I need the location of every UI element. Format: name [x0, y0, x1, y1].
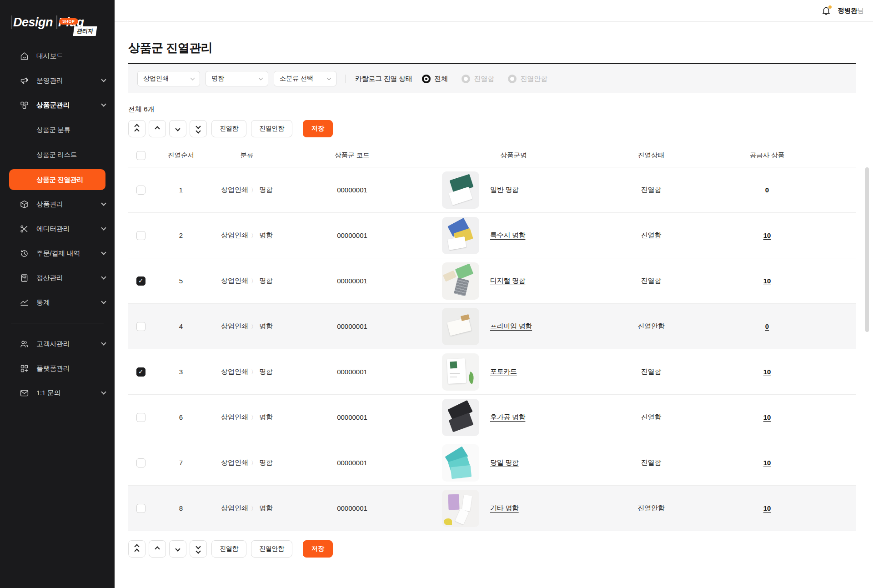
sidebar-item-platform[interactable]: 플랫폼관리 — [0, 356, 115, 381]
chevron-up-icon — [134, 548, 139, 553]
select-all-checkbox[interactable] — [136, 151, 146, 160]
chevron-down-icon — [101, 201, 106, 206]
supplier-count-link[interactable]: 0 — [765, 186, 769, 194]
package-icon — [19, 199, 29, 209]
product-group-link[interactable]: 디지털 명함 — [490, 276, 525, 285]
move-up-button[interactable] — [149, 120, 166, 137]
sidebar-item-editor[interactable]: 에디터관리 — [0, 216, 115, 241]
move-up-button[interactable] — [149, 540, 166, 558]
product-group-link[interactable]: 당일 명함 — [490, 458, 519, 467]
move-top-button[interactable] — [128, 120, 146, 137]
product-group-link[interactable]: 후가공 명함 — [490, 413, 525, 422]
radio-displayed[interactable]: 진열함 — [462, 75, 494, 83]
radio-all[interactable]: 전체 — [422, 75, 448, 83]
username-suffix: 님 — [858, 7, 864, 14]
sidebar-item-dashboard[interactable]: 대시보드 — [0, 44, 115, 68]
supplier-count-link[interactable]: 0 — [765, 322, 769, 330]
chevron-down-icon — [101, 389, 106, 394]
product-group-link[interactable]: 기타 명함 — [490, 504, 519, 513]
table-header: 진열순서 분류 상품군 코드 상품군명 진열상태 공급사 상품 — [128, 144, 856, 167]
cubes-icon — [19, 100, 29, 110]
subcategory-select[interactable]: 소분류 선택 — [274, 71, 336, 86]
radio-unselected-icon — [508, 75, 517, 83]
sidebar-item-products[interactable]: 상품관리 — [0, 192, 115, 216]
page-title: 상품군 진열관리 — [128, 40, 856, 56]
calculator-icon — [19, 273, 29, 283]
sidebar-item-operations[interactable]: 운영관리 — [0, 68, 115, 93]
row-checkbox[interactable] — [136, 186, 146, 195]
people-icon — [19, 339, 29, 349]
chevron-down-icon — [101, 340, 106, 345]
shop-badge: SHOP — [59, 18, 78, 25]
row-checkbox[interactable] — [136, 458, 146, 467]
toolbar-bottom: 진열함 진열안함 저장 — [128, 540, 856, 558]
product-thumbnail — [442, 262, 479, 300]
table-row: 1 상업인쇄〉명함 00000001 일반 명함 진열함 0 — [128, 167, 856, 213]
sidebar-item-label: 에디터관리 — [36, 225, 102, 233]
user-menu[interactable]: 정병완님 — [838, 6, 864, 15]
save-button[interactable]: 저장 — [303, 540, 333, 558]
supplier-count-link[interactable]: 10 — [763, 413, 771, 421]
breadcrumb-separator: 〉 — [251, 323, 256, 330]
supplier-count-link[interactable]: 10 — [763, 504, 771, 512]
product-group-link[interactable]: 일반 명함 — [490, 186, 519, 194]
move-bottom-button[interactable] — [190, 540, 207, 558]
move-top-button[interactable] — [128, 540, 146, 558]
header-group-code: 상품군 코드 — [287, 151, 417, 160]
sidebar-item-orders[interactable]: 주문/결제 내역 — [0, 241, 115, 266]
row-checkbox[interactable] — [136, 413, 146, 422]
supplier-count-link[interactable]: 10 — [763, 277, 771, 285]
set-not-displayed-button[interactable]: 진열안함 — [251, 120, 292, 137]
vertical-scrollbar[interactable] — [865, 167, 869, 332]
sidebar-subitem-group-category[interactable]: 상품군 분류 — [0, 117, 115, 142]
sidebar-item-label: 고객사관리 — [36, 340, 102, 348]
row-checkbox[interactable] — [136, 367, 146, 377]
sidebar-item-clients[interactable]: 고객사관리 — [0, 332, 115, 356]
notification-bell-icon[interactable] — [821, 5, 832, 16]
set-not-displayed-button[interactable]: 진열안함 — [251, 540, 292, 558]
move-down-button[interactable] — [169, 120, 186, 137]
product-group-table: 진열순서 분류 상품군 코드 상품군명 진열상태 공급사 상품 1 상업인쇄〉명… — [128, 144, 856, 531]
main-content: 상품군 진열관리 상업인쇄 명함 소분류 선택 카탈로그 진열 상태 전체 진열… — [115, 22, 873, 588]
row-checkbox[interactable] — [136, 276, 146, 286]
header-display-status: 진열상태 — [610, 151, 692, 160]
supplier-count-link[interactable]: 10 — [763, 368, 771, 376]
sidebar-subitem-group-list[interactable]: 상품군 리스트 — [0, 142, 115, 167]
product-thumbnail — [442, 308, 479, 345]
row-checkbox[interactable] — [136, 504, 146, 513]
category2-select-value: 명함 — [211, 75, 224, 83]
set-displayed-button[interactable]: 진열함 — [211, 120, 246, 137]
radio-not-displayed[interactable]: 진열안함 — [508, 75, 547, 83]
display-status: 진열함 — [610, 186, 692, 194]
brand-logo[interactable]: Design Plug SHOP 관리자 — [0, 0, 115, 44]
display-order: 2 — [156, 231, 206, 239]
supplier-count-link[interactable]: 10 — [763, 231, 771, 239]
product-group-link[interactable]: 포토카드 — [490, 367, 517, 376]
product-thumbnail — [442, 171, 479, 209]
set-displayed-button[interactable]: 진열함 — [211, 540, 246, 558]
supplier-count-link[interactable]: 10 — [763, 459, 771, 467]
row-checkbox[interactable] — [136, 322, 146, 331]
sidebar-item-product-groups[interactable]: 상품군관리 — [0, 93, 115, 117]
product-group-link[interactable]: 특수지 명함 — [490, 231, 525, 240]
sidebar-item-label: 주문/결제 내역 — [36, 249, 102, 258]
total-count: 전체 6개 — [128, 105, 856, 114]
sidebar-item-inquiry[interactable]: 1:1 문의 — [0, 381, 115, 405]
category1-select[interactable]: 상업인쇄 — [137, 71, 200, 86]
product-thumbnail — [442, 444, 479, 482]
move-down-button[interactable] — [169, 540, 186, 558]
chevron-up-icon — [155, 126, 160, 131]
table-row: 4 상업인쇄〉명함 00000001 프리미엄 명함 진열안함 0 — [128, 304, 856, 349]
sidebar-item-statistics[interactable]: 통계 — [0, 290, 115, 315]
category2-select[interactable]: 명함 — [206, 71, 268, 86]
save-button[interactable]: 저장 — [303, 120, 333, 137]
row-checkbox[interactable] — [136, 231, 146, 240]
move-bottom-button[interactable] — [190, 120, 207, 137]
chevron-down-icon — [101, 274, 106, 279]
product-group-link[interactable]: 프리미엄 명함 — [490, 322, 532, 331]
display-order: 4 — [156, 322, 206, 330]
sidebar-item-settlement[interactable]: 정산관리 — [0, 266, 115, 290]
sidebar-subitem-group-display[interactable]: 상품군 진열관리 — [9, 169, 105, 190]
group-code: 00000001 — [287, 459, 417, 467]
filter-divider — [346, 75, 346, 83]
